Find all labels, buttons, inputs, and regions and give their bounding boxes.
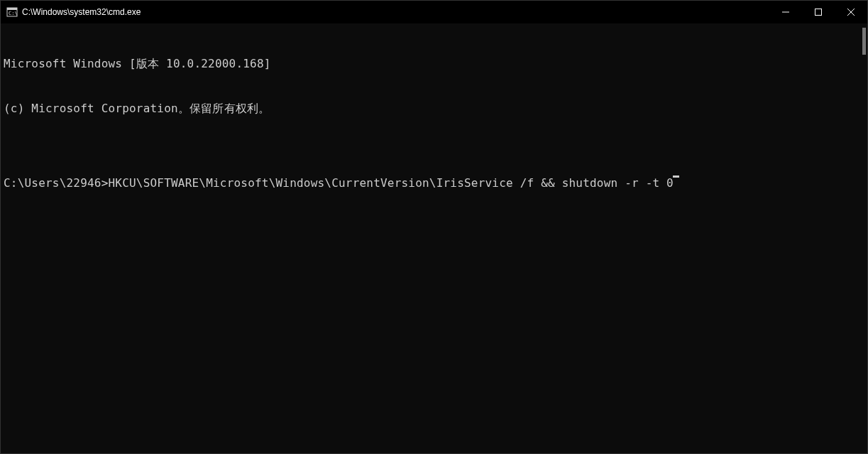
svg-rect-1	[7, 8, 17, 10]
terminal-prompt: C:\Users\22946>	[4, 175, 109, 190]
scrollbar-thumb[interactable]	[862, 28, 866, 55]
titlebar-left: C:\ C:\Windows\system32\cmd.exe	[6, 6, 141, 18]
terminal-prompt-line: C:\Users\22946>HKCU\SOFTWARE\Microsoft\W…	[4, 175, 867, 190]
cmd-icon: C:\	[6, 6, 18, 18]
window-controls	[769, 1, 867, 23]
terminal-content: Microsoft Windows [版本 10.0.22000.168] (c…	[4, 26, 867, 220]
maximize-button[interactable]	[802, 1, 835, 23]
terminal-body[interactable]: Microsoft Windows [版本 10.0.22000.168] (c…	[1, 23, 867, 453]
close-button[interactable]	[835, 1, 867, 23]
terminal-cursor	[673, 175, 679, 178]
titlebar[interactable]: C:\ C:\Windows\system32\cmd.exe	[1, 1, 867, 23]
command-prompt-window: C:\ C:\Windows\system32\cmd.exe Microsof…	[0, 0, 868, 454]
terminal-command: HKCU\SOFTWARE\Microsoft\Windows\CurrentV…	[109, 175, 674, 190]
terminal-output-line: Microsoft Windows [版本 10.0.22000.168]	[4, 56, 867, 71]
svg-text:C:\: C:\	[9, 11, 18, 16]
minimize-button[interactable]	[769, 1, 802, 23]
terminal-output-line: (c) Microsoft Corporation。保留所有权利。	[4, 101, 867, 116]
svg-rect-4	[815, 9, 822, 16]
window-title: C:\Windows\system32\cmd.exe	[22, 7, 141, 17]
